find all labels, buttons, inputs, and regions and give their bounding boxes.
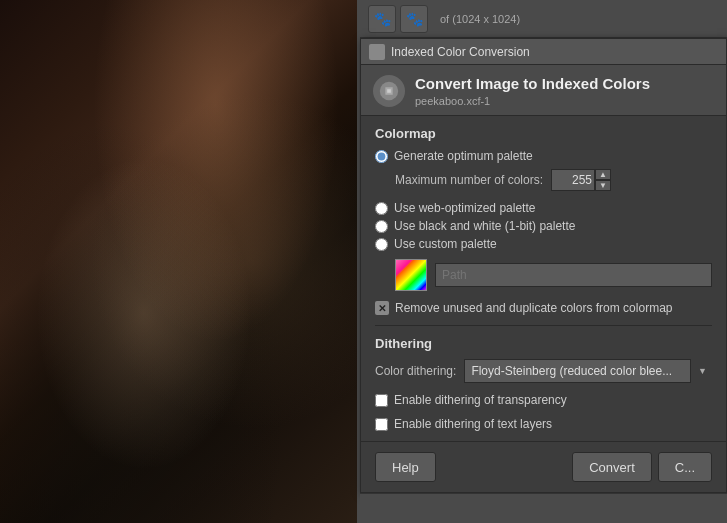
dialog-titlebar-icon	[369, 44, 385, 60]
radio-custom-input[interactable]	[375, 238, 388, 251]
remove-x-btn[interactable]: ✕	[375, 301, 389, 315]
separator	[375, 325, 712, 326]
dialog: Indexed Color Conversion Convert Image t…	[360, 38, 727, 493]
text-dither-row: Enable dithering of text layers	[375, 417, 712, 431]
background-painting	[0, 0, 360, 523]
top-bar-label: of (1024 x 1024)	[440, 13, 520, 25]
icon-btn-2[interactable]: 🐾	[400, 5, 428, 33]
dialog-header: Convert Image to Indexed Colors peekaboo…	[361, 65, 726, 116]
remove-unused-row: ✕ Remove unused and duplicate colors fro…	[375, 301, 712, 315]
bottom-bar	[360, 493, 727, 523]
radio-web-input[interactable]	[375, 202, 388, 215]
dialog-header-icon	[373, 75, 405, 107]
dialog-footer: Help Convert C...	[361, 441, 726, 492]
text-dither-label: Enable dithering of text layers	[394, 417, 552, 431]
text-dither-checkbox[interactable]	[375, 418, 388, 431]
dialog-title: Indexed Color Conversion	[391, 45, 530, 59]
transparency-dither-checkbox[interactable]	[375, 394, 388, 407]
radio-custom-label: Use custom palette	[394, 237, 497, 251]
spinner-buttons: ▲ ▼	[595, 169, 611, 191]
radio-bw: Use black and white (1-bit) palette	[375, 219, 712, 233]
remove-unused-label: Remove unused and duplicate colors from …	[395, 301, 672, 315]
icon-btn-1[interactable]: 🐾	[368, 5, 396, 33]
dialog-header-content: Convert Image to Indexed Colors peekaboo…	[415, 75, 650, 107]
color-dithering-select-wrapper: Floyd-Steinberg (reduced color blee... ▼	[464, 359, 712, 383]
color-dithering-label: Color dithering:	[375, 364, 456, 378]
dialog-body: Colormap Generate optimum palette Maximu…	[361, 116, 726, 441]
convert-button[interactable]: Convert	[572, 452, 652, 482]
max-colors-row: Maximum number of colors: 255 ▲ ▼	[395, 169, 712, 191]
radio-generate: Generate optimum palette	[375, 149, 712, 163]
max-colors-spinner: 255 ▲ ▼	[551, 169, 611, 191]
help-button[interactable]: Help	[375, 452, 436, 482]
color-dithering-row: Color dithering: Floyd-Steinberg (reduce…	[375, 359, 712, 383]
spinner-up-btn[interactable]: ▲	[595, 169, 611, 180]
max-colors-input[interactable]: 255	[551, 169, 595, 191]
action-buttons: Convert C...	[572, 452, 712, 482]
dialog-main-title: Convert Image to Indexed Colors	[415, 75, 650, 93]
radio-generate-label: Generate optimum palette	[394, 149, 533, 163]
max-colors-label: Maximum number of colors:	[395, 173, 543, 187]
palette-swatch[interactable]	[395, 259, 427, 291]
select-arrow-icon: ▼	[698, 366, 707, 376]
color-dithering-select[interactable]: Floyd-Steinberg (reduced color blee...	[464, 359, 691, 383]
colormap-radio-group: Generate optimum palette Maximum number …	[375, 149, 712, 291]
top-bar: 🐾 🐾 of (1024 x 1024)	[360, 0, 727, 38]
radio-bw-label: Use black and white (1-bit) palette	[394, 219, 575, 233]
dialog-titlebar: Indexed Color Conversion	[361, 39, 726, 65]
transparency-dither-row: Enable dithering of transparency	[375, 393, 712, 407]
colormap-section-label: Colormap	[375, 126, 712, 141]
radio-bw-input[interactable]	[375, 220, 388, 233]
dialog-subtitle: peekaboo.xcf-1	[415, 95, 650, 107]
dithering-section: Dithering Color dithering: Floyd-Steinbe…	[375, 336, 712, 431]
spinner-down-btn[interactable]: ▼	[595, 180, 611, 191]
dithering-section-label: Dithering	[375, 336, 712, 351]
radio-web-label: Use web-optimized palette	[394, 201, 535, 215]
custom-palette-row	[395, 259, 712, 291]
radio-custom: Use custom palette	[375, 237, 712, 251]
cancel-button[interactable]: C...	[658, 452, 712, 482]
radio-generate-input[interactable]	[375, 150, 388, 163]
radio-web: Use web-optimized palette	[375, 201, 712, 215]
palette-name-input[interactable]	[435, 263, 712, 287]
transparency-dither-label: Enable dithering of transparency	[394, 393, 567, 407]
